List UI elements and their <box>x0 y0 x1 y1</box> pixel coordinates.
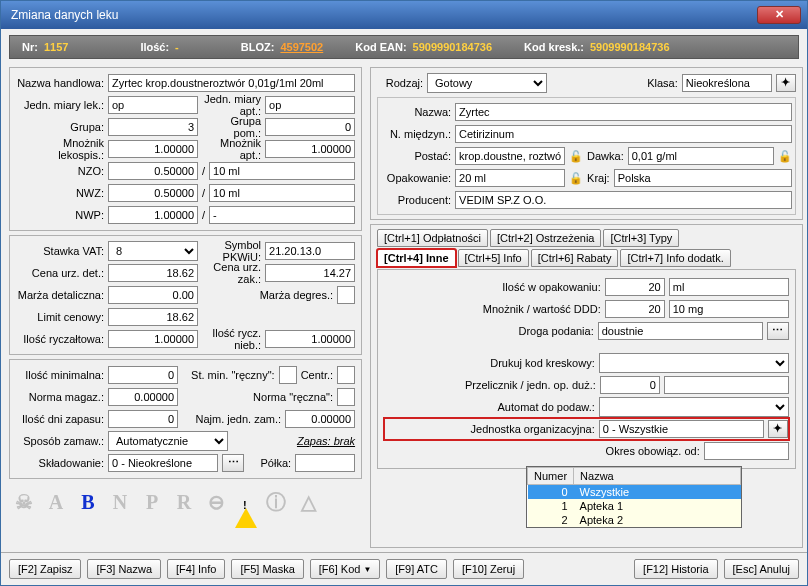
nwp-input[interactable] <box>108 206 198 224</box>
jednostka-org-input[interactable] <box>599 420 764 438</box>
cena-det-input[interactable] <box>108 264 198 282</box>
tab-info-dodatk[interactable]: [Ctrl+7] Info dodatk. <box>620 249 730 267</box>
jednostka-add-button[interactable]: ✦ <box>768 420 788 438</box>
bloz-value[interactable]: 4597502 <box>280 41 323 53</box>
tab-ostrzezenia[interactable]: [Ctrl+2] Ostrzeżenia <box>490 229 602 247</box>
bloz-label: BLOZ: <box>241 41 275 53</box>
ilosc-opak-unit[interactable] <box>669 278 789 296</box>
mnoznik-apt-input[interactable] <box>265 140 355 158</box>
f9-atc-button[interactable]: [F9] ATC <box>386 559 447 579</box>
nazwa-input[interactable] <box>455 103 792 121</box>
f12-historia-button[interactable]: [F12] Historia <box>634 559 717 579</box>
st-min-checkbox[interactable] <box>279 366 297 384</box>
tab-info[interactable]: [Ctrl+5] Info <box>458 249 529 267</box>
tab-rabaty[interactable]: [Ctrl+6] Rabaty <box>531 249 619 267</box>
lock-icon-2[interactable]: 🔓 <box>778 150 792 163</box>
droga-browse-button[interactable]: ⋯ <box>767 322 789 340</box>
panel-stock: Ilość minimalna: St. min. "ręczny": Cent… <box>9 359 362 479</box>
tab-typy[interactable]: [Ctrl+3] Typy <box>603 229 679 247</box>
dropdown-row[interactable]: 0Wszystkie <box>528 485 741 500</box>
automat-select[interactable] <box>599 397 789 417</box>
ilosc-dni-input[interactable] <box>108 410 178 428</box>
ilosc-min-label: Ilość minimalna: <box>16 369 104 381</box>
cena-zak-input[interactable] <box>265 264 355 282</box>
dropdown-row[interactable]: 2Apteka 2 <box>528 513 741 527</box>
polka-input[interactable] <box>295 454 355 472</box>
ilosc-rycz-input[interactable] <box>108 330 198 348</box>
miedzyn-label: N. międzyn.: <box>381 128 451 140</box>
najm-zam-input[interactable] <box>285 410 355 428</box>
marza-degres-checkbox[interactable] <box>337 286 355 304</box>
f2-zapisz-button[interactable]: [F2] Zapisz <box>9 559 81 579</box>
centr-label: Centr.: <box>301 369 333 381</box>
dropdown-row[interactable]: 1Apteka 1 <box>528 499 741 513</box>
ilosc-label: Ilość: <box>140 41 169 53</box>
sposob-zam-select[interactable]: Automatycznie <box>108 431 228 451</box>
jednostka-dropdown[interactable]: NumerNazwa 0Wszystkie 1Apteka 1 2Apteka … <box>526 466 742 528</box>
stawka-vat-label: Stawka VAT: <box>16 245 104 257</box>
klasa-input[interactable] <box>682 74 772 92</box>
f6-kod-button[interactable]: [F6] Kod▼ <box>310 559 381 579</box>
przelicznik-input[interactable] <box>600 376 660 394</box>
mnoznik-lek-input[interactable] <box>108 140 198 158</box>
esc-anuluj-button[interactable]: [Esc] Anuluj <box>724 559 799 579</box>
cena-zak-label: Cena urz. zak.: <box>202 261 261 285</box>
tab-odplatnosci[interactable]: [Ctrl+1] Odpłatności <box>377 229 488 247</box>
nwz-input[interactable] <box>108 184 198 202</box>
f5-maska-button[interactable]: [F5] Maska <box>231 559 303 579</box>
ilosc-rycz-label: Ilość ryczałtowa: <box>16 333 104 345</box>
nwz-unit-input[interactable] <box>209 184 355 202</box>
close-button[interactable]: ✕ <box>757 6 801 24</box>
stawka-vat-select[interactable]: 8 <box>108 241 198 261</box>
nzo-input[interactable] <box>108 162 198 180</box>
pkwiu-input[interactable] <box>265 242 355 260</box>
drukuj-select[interactable] <box>599 353 789 373</box>
nazwa-handlowa-input[interactable] <box>108 74 355 92</box>
status-icon-row: ☠ A B N P R ⊖ ⓘ △ <box>9 483 362 521</box>
f3-nazwa-button[interactable]: [F3] Nazwa <box>87 559 161 579</box>
przelicznik-unit-input[interactable] <box>664 376 789 394</box>
grupa-pom-input[interactable] <box>265 118 355 136</box>
norma-reczna-checkbox[interactable] <box>337 388 355 406</box>
kraj-input[interactable] <box>614 169 792 187</box>
rodzaj-label: Rodzaj: <box>377 77 423 89</box>
ilosc-rycz-nieb-label: Ilość rycz. nieb.: <box>202 327 261 351</box>
skladowanie-input[interactable] <box>108 454 218 472</box>
jedn-apt-input[interactable] <box>265 96 355 114</box>
opakowanie-input[interactable] <box>455 169 565 187</box>
mnoznik-ddd-input[interactable] <box>605 300 665 318</box>
panel-right-top: Rodzaj: Gotowy Klasa: ✦ Nazwa: N. między… <box>370 67 803 220</box>
producent-input[interactable] <box>455 191 792 209</box>
miedzyn-input[interactable] <box>455 125 792 143</box>
limit-input[interactable] <box>108 308 198 326</box>
f10-zeruj-button[interactable]: [F10] Zeruj <box>453 559 524 579</box>
panel-price: Stawka VAT: 8 Symbol PKWiU: Cena urz. de… <box>9 235 362 355</box>
ilosc-min-input[interactable] <box>108 366 178 384</box>
lock-icon-3[interactable]: 🔓 <box>569 172 583 185</box>
postac-input[interactable] <box>455 147 565 165</box>
skladowanie-browse-button[interactable]: ⋯ <box>222 454 244 472</box>
automat-label: Automat do podaw.: <box>384 401 595 413</box>
kresk-value: 5909990184736 <box>590 41 670 53</box>
dropdown-col-nazwa: Nazwa <box>574 468 741 485</box>
f4-info-button[interactable]: [F4] Info <box>167 559 225 579</box>
norma-mag-input[interactable] <box>108 388 178 406</box>
rodzaj-select[interactable]: Gotowy <box>427 73 547 93</box>
ilosc-opak-input[interactable] <box>605 278 665 296</box>
zapas-link[interactable]: Zapas: brak <box>232 435 355 447</box>
centr-checkbox[interactable] <box>337 366 355 384</box>
dawka-input[interactable] <box>628 147 774 165</box>
droga-input[interactable] <box>598 322 763 340</box>
jedn-lek-input[interactable] <box>108 96 198 114</box>
marza-det-input[interactable] <box>108 286 198 304</box>
nzo-unit-input[interactable] <box>209 162 355 180</box>
lock-icon[interactable]: 🔓 <box>569 150 583 163</box>
okres-od-input[interactable] <box>704 442 789 460</box>
klasa-add-button[interactable]: ✦ <box>776 74 796 92</box>
tab-inne[interactable]: [Ctrl+4] Inne <box>377 249 455 267</box>
jedn-apt-label: Jedn. miary apt.: <box>202 93 261 117</box>
nazwa-label: Nazwa: <box>381 106 451 118</box>
ddd-unit-input[interactable] <box>669 300 789 318</box>
grupa-input[interactable] <box>108 118 198 136</box>
ilosc-rycz-nieb-input[interactable] <box>265 330 355 348</box>
